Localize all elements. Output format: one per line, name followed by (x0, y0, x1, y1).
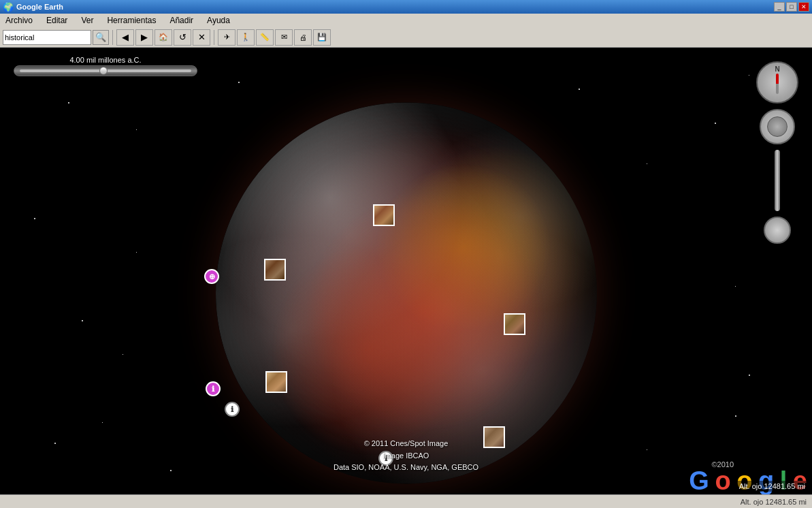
info-marker-pink-1[interactable]: ⊕ (204, 269, 219, 284)
forward-button[interactable]: ▶ (135, 29, 153, 46)
compass-n-label: N (775, 65, 779, 73)
timeline: 4.00 mil millones a.C. (14, 56, 197, 76)
app-title: Google Earth (16, 3, 63, 11)
globe-container[interactable] (216, 102, 597, 483)
titlebar-left: 🌍 Google Earth (3, 2, 63, 12)
titlebar: 🌍 Google Earth _ □ ✕ (0, 0, 812, 14)
attribution-line2: Image IBCAO (334, 450, 478, 462)
menu-ayuda[interactable]: Ayuda (204, 14, 233, 27)
home-button[interactable]: 🏠 (155, 29, 172, 46)
photo-marker-1-image (374, 206, 393, 225)
photo-marker-3[interactable] (504, 313, 525, 335)
nav-bottom-knob[interactable] (764, 217, 791, 244)
stop-button[interactable]: ✕ (193, 29, 210, 46)
nav-stick[interactable] (775, 150, 780, 211)
refresh-button[interactable]: ↺ (174, 29, 191, 46)
minimize-button[interactable]: _ (774, 2, 785, 12)
viewport[interactable]: 4.00 mil millones a.C. ⊕ ℹ ℹ (0, 48, 812, 508)
marker-icon: ⊕ (209, 272, 215, 281)
photo-marker-5[interactable] (483, 426, 505, 448)
photo-marker-5-image (485, 428, 504, 447)
nav-controls: N (756, 61, 798, 244)
app-icon: 🌍 (3, 2, 14, 12)
toolbar-nav: ◀ ▶ 🏠 ↺ ✕ (116, 29, 210, 46)
print-button[interactable]: 🖨 (294, 29, 312, 46)
menu-anadir[interactable]: Añadir (167, 14, 196, 27)
timeline-label: 4.00 mil millones a.C. (69, 56, 141, 64)
marker-white-icon-1: ℹ (231, 405, 233, 414)
fly-button[interactable]: ✈ (218, 29, 236, 46)
globe[interactable] (216, 102, 597, 483)
photo-marker-1[interactable] (373, 204, 395, 226)
save-button[interactable]: 💾 (313, 29, 331, 46)
photo-marker-4[interactable] (265, 371, 287, 393)
google-g: G (689, 466, 709, 495)
menu-herramientas[interactable]: Herramientas (104, 14, 159, 27)
separator-1 (112, 30, 113, 45)
close-button[interactable]: ✕ (798, 2, 809, 12)
toolbar-view: ✈ 🚶 📏 ✉ 🖨 💾 (218, 29, 331, 46)
google-o1: o (715, 466, 730, 495)
timeline-thumb[interactable] (99, 67, 108, 75)
titlebar-buttons[interactable]: _ □ ✕ (774, 2, 809, 12)
zoom-circle-inner (767, 116, 787, 137)
photo-marker-3-image (505, 315, 524, 334)
maximize-button[interactable]: □ (786, 2, 797, 12)
timeline-slider[interactable] (14, 65, 197, 76)
menu-archivo[interactable]: Archivo (3, 14, 35, 27)
email-button[interactable]: ✉ (275, 29, 293, 46)
photo-marker-2-image (265, 260, 285, 279)
menu-ver[interactable]: Ver (78, 14, 96, 27)
photo-marker-2[interactable] (264, 259, 286, 281)
photo-marker-4-image (267, 372, 286, 392)
attribution-line3: Data SIO, NOAA, U.S. Navy, NGA, GEBCO (334, 462, 478, 474)
menubar: Archivo Editar Ver Herramientas Añadir A… (0, 14, 812, 27)
separator-2 (214, 30, 214, 45)
menu-editar[interactable]: Editar (44, 14, 70, 27)
toolbar: historical current 🔍 ◀ ▶ 🏠 ↺ ✕ ✈ 🚶 📏 ✉ 🖨… (0, 27, 812, 48)
zoom-circle[interactable] (760, 109, 795, 144)
info-marker-pink-2[interactable]: ℹ (206, 381, 221, 396)
attribution-line1: © 2011 Cnes/Spot Image (334, 438, 478, 450)
historical-select[interactable]: historical current (3, 30, 91, 45)
info-marker-white-1[interactable]: ℹ (225, 402, 240, 417)
historical-dropdown: historical current 🔍 (3, 30, 109, 45)
back-button[interactable]: ◀ (116, 29, 134, 46)
marker-icon-2: ℹ (212, 385, 214, 394)
alt-display: Alt. ojo 12481.65 mi (735, 481, 809, 492)
ruler-button[interactable]: 📏 (256, 29, 274, 46)
status-alt-label: Alt. ojo 12481.65 mi (741, 498, 807, 506)
compass-needle (776, 74, 779, 94)
statusbar: Alt. ojo 12481.65 mi (0, 494, 812, 508)
search-button[interactable]: 🔍 (93, 30, 109, 45)
attribution: © 2011 Cnes/Spot Image Image IBCAO Data … (334, 438, 478, 474)
compass[interactable]: N (756, 61, 798, 104)
street-view-button[interactable]: 🚶 (237, 29, 255, 46)
